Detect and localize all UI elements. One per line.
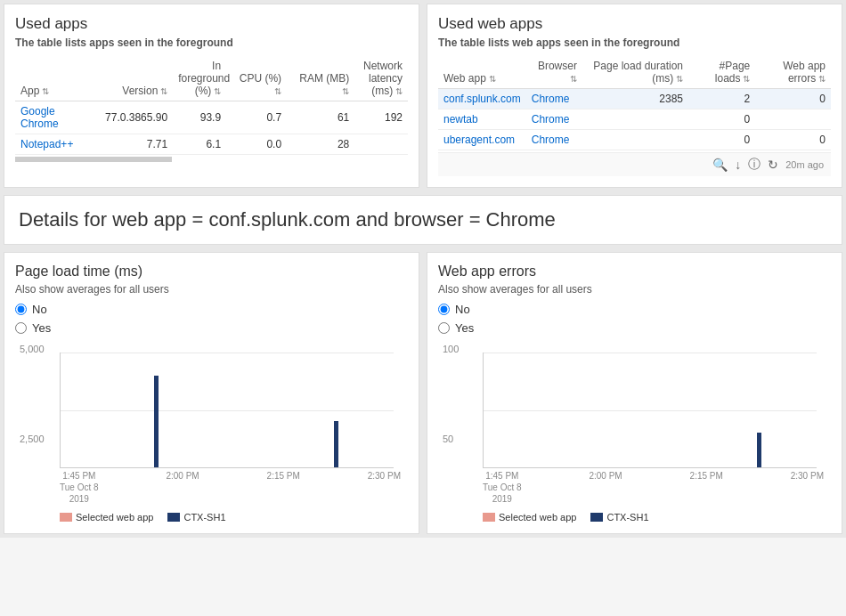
- legend-label-selected: Selected web app: [76, 512, 153, 523]
- used-apps-panel: Used apps The table lists apps seen in t…: [4, 4, 419, 188]
- web-app-errors-title: Web app errors: [438, 263, 831, 280]
- web-errors-chart: [483, 353, 817, 468]
- time-ago: 20m ago: [785, 159, 824, 170]
- col-errors[interactable]: Web app errors: [755, 56, 831, 89]
- page-load-chart: [60, 353, 394, 468]
- x-label-4: 2:30 PM: [368, 470, 401, 505]
- web-errors-chart-wrapper: 100 50 1:45 PMTue Oct 82019 2:00 PM 2:15…: [483, 344, 824, 523]
- y-axis-labels: 5,000 2,500: [20, 344, 45, 523]
- grid-line-top-e: [484, 353, 817, 353]
- grid-line-top: [61, 353, 394, 353]
- details-panel: Details for web app = conf.splunk.com an…: [4, 195, 842, 245]
- table-row: newtab Chrome 0: [438, 109, 831, 130]
- col-foreground[interactable]: In foreground (%): [173, 56, 226, 101]
- refresh-icon[interactable]: ↻: [768, 158, 778, 172]
- legend-label-ctx-e: CTX-SH1: [606, 512, 648, 523]
- used-web-apps-title: Used web apps: [438, 15, 831, 33]
- legend-selected-e: Selected web app: [483, 512, 576, 523]
- col-browser[interactable]: Browser: [526, 56, 582, 89]
- radio-yes-pageload[interactable]: Yes: [15, 321, 408, 335]
- x-axis-labels-errors: 1:45 PMTue Oct 82019 2:00 PM 2:15 PM 2:3…: [483, 470, 824, 505]
- page-load-title: Page load time (ms): [15, 263, 408, 280]
- x-label-e2: 2:00 PM: [589, 470, 622, 505]
- table-row: conf.splunk.com Chrome 2385 2 0: [438, 89, 831, 109]
- col-page-loads[interactable]: #Page loads: [688, 56, 755, 89]
- legend-swatch-selected: [60, 513, 72, 522]
- download-icon[interactable]: ↓: [735, 158, 741, 172]
- col-page-load[interactable]: Page load duration (ms): [582, 56, 688, 89]
- x-label-e3: 2:15 PM: [690, 470, 723, 505]
- grid-line-mid: [61, 410, 394, 411]
- radio-yes-input-pageload[interactable]: [15, 322, 27, 334]
- legend-ctx-e: CTX-SH1: [590, 512, 648, 523]
- col-network[interactable]: Network latency (ms): [354, 56, 408, 101]
- page-load-chart-wrapper: 5,000 2,500 1:45 PMTue Oct 82019: [60, 344, 401, 523]
- scrollbar[interactable]: [15, 157, 408, 162]
- radio-no-errors[interactable]: No: [438, 303, 831, 316]
- x-label-2: 2:00 PM: [166, 470, 199, 505]
- table-row: Google Chrome 77.0.3865.90 93.9 0.7 61 1…: [15, 101, 408, 134]
- panel-toolbar: 🔍 ↓ ⓘ ↻ 20m ago: [438, 152, 831, 176]
- used-apps-table: App Version In foreground (%) CPU (%) RA…: [15, 56, 408, 155]
- used-apps-title: Used apps: [15, 15, 408, 33]
- web-app-errors-panel: Web app errors Also show averages for al…: [427, 252, 842, 534]
- used-web-apps-panel: Used web apps The table lists web apps s…: [427, 4, 842, 188]
- legend-label-selected-e: Selected web app: [499, 512, 576, 523]
- used-apps-subtitle: The table lists apps seen in the foregro…: [15, 36, 408, 49]
- legend-label-ctx: CTX-SH1: [183, 512, 225, 523]
- col-cpu[interactable]: CPU (%): [226, 56, 287, 101]
- grid-line-mid-e: [484, 410, 817, 411]
- web-app-errors-subtitle: Also show averages for all users: [438, 283, 831, 296]
- radio-no-input-errors[interactable]: [438, 304, 450, 315]
- legend-swatch-ctx: [167, 513, 180, 522]
- legend-ctx: CTX-SH1: [167, 512, 225, 523]
- chart-bar-1: [154, 376, 159, 467]
- legend-selected: Selected web app: [60, 512, 153, 523]
- details-title: Details for web app = conf.splunk.com an…: [19, 208, 827, 231]
- bottom-panels: Page load time (ms) Also show averages f…: [0, 248, 846, 538]
- radio-group-errors: No Yes: [438, 303, 831, 335]
- table-row: Notepad++ 7.71 6.1 0.0 28: [15, 134, 408, 155]
- search-icon[interactable]: 🔍: [712, 158, 728, 172]
- legend-swatch-ctx-e: [590, 513, 603, 522]
- table-row: uberagent.com Chrome 0 0: [438, 130, 831, 150]
- x-label-e1: 1:45 PMTue Oct 82019: [483, 470, 522, 505]
- col-webapp[interactable]: Web app: [438, 56, 526, 89]
- radio-yes-errors[interactable]: Yes: [438, 321, 831, 335]
- col-version[interactable]: Version: [100, 56, 173, 101]
- col-app[interactable]: App: [15, 56, 100, 101]
- radio-no-pageload[interactable]: No: [15, 303, 408, 316]
- x-label-1: 1:45 PMTue Oct 82019: [60, 470, 99, 505]
- legend-swatch-selected-e: [483, 513, 495, 522]
- page-load-panel: Page load time (ms) Also show averages f…: [4, 252, 419, 534]
- chart-legend: Selected web app CTX-SH1: [60, 512, 401, 523]
- x-axis-labels: 1:45 PMTue Oct 82019 2:00 PM 2:15 PM 2:3…: [60, 470, 401, 505]
- y-axis-labels-errors: 100 50: [443, 344, 459, 523]
- x-label-e4: 2:30 PM: [791, 470, 824, 505]
- x-label-3: 2:15 PM: [267, 470, 300, 505]
- info-icon[interactable]: ⓘ: [748, 157, 761, 173]
- page-load-subtitle: Also show averages for all users: [15, 283, 408, 296]
- chart-legend-errors: Selected web app CTX-SH1: [483, 512, 824, 523]
- col-ram[interactable]: RAM (MB): [287, 56, 354, 101]
- radio-yes-input-errors[interactable]: [438, 322, 450, 334]
- used-web-apps-subtitle: The table lists web apps seen in the for…: [438, 36, 831, 49]
- radio-no-input-pageload[interactable]: [15, 304, 27, 315]
- chart-bar-e1: [757, 433, 761, 467]
- used-web-apps-table: Web app Browser Page load duration (ms) …: [438, 56, 831, 150]
- radio-group-pageload: No Yes: [15, 303, 408, 335]
- chart-bar-2: [334, 421, 338, 467]
